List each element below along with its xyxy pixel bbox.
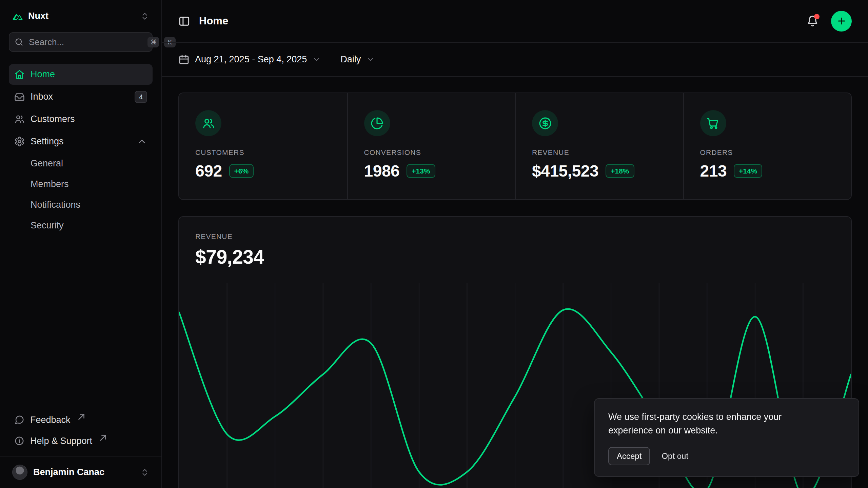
main-header: Home	[162, 0, 868, 43]
cookie-optout-button[interactable]: Opt out	[662, 451, 688, 461]
team-switcher[interactable]: Nuxt	[9, 7, 153, 25]
stat-value: 692	[195, 162, 222, 180]
sidebar-footer: Feedback Help & Support	[0, 410, 161, 453]
chat-bubble-icon	[14, 415, 24, 425]
filters-toolbar: Aug 21, 2025 - Sep 4, 2025 Daily	[162, 43, 868, 77]
inbox-icon	[14, 92, 25, 102]
team-name: Nuxt	[28, 11, 48, 21]
stat-label: CUSTOMERS	[195, 148, 331, 157]
sidebar-item-label: Inbox	[31, 92, 53, 102]
add-button[interactable]	[831, 11, 852, 32]
sidebar-item-customers[interactable]: Customers	[9, 109, 153, 129]
external-link-icon	[76, 412, 86, 422]
stat-delta-badge: +13%	[407, 164, 435, 178]
avatar	[12, 465, 27, 480]
date-range-picker[interactable]: Aug 21, 2025 - Sep 4, 2025	[178, 54, 321, 65]
sidebar-item-security[interactable]: Security	[9, 216, 153, 235]
sidebar-item-label: Customers	[31, 114, 75, 124]
sidebar-item-settings[interactable]: Settings	[9, 131, 153, 152]
stat-revenue: REVENUE $415,523 +18%	[515, 93, 683, 199]
stat-value: 1986	[364, 162, 400, 180]
inbox-count-badge: 4	[135, 91, 147, 103]
kbd-meta: ⌘	[147, 37, 159, 47]
sidebar: Nuxt ⌘ K Home Inbox 4	[0, 0, 162, 488]
date-range-value: Aug 21, 2025 - Sep 4, 2025	[195, 54, 307, 65]
sidebar-item-members[interactable]: Members	[9, 174, 153, 194]
page-title: Home	[199, 15, 228, 27]
chevron-up-icon	[137, 136, 147, 147]
search-icon	[14, 37, 24, 47]
user-menu-button[interactable]: Benjamin Canac	[9, 462, 153, 483]
chevrons-up-down-icon	[140, 468, 149, 477]
sidebar-item-notifications[interactable]: Notifications	[9, 195, 153, 215]
stats-overview-card: CUSTOMERS 692 +6% CONVERSIONS 1986 +13%	[178, 93, 852, 200]
search-box[interactable]: ⌘ K	[9, 32, 153, 52]
notification-dot	[814, 14, 820, 19]
chevrons-up-down-icon	[140, 12, 149, 21]
shopping-cart-icon	[700, 110, 726, 136]
user-name: Benjamin Canac	[33, 467, 104, 477]
sidebar-item-label: Notifications	[31, 200, 80, 210]
sidebar-user-section: Benjamin Canac	[0, 456, 161, 488]
sidebar-item-label: Home	[31, 69, 55, 80]
cookie-consent-toast: We use first-party cookies to enhance yo…	[594, 398, 859, 477]
stat-delta-badge: +6%	[229, 164, 254, 178]
feedback-link[interactable]: Feedback	[9, 410, 153, 430]
sidebar-item-label: Members	[31, 179, 69, 189]
external-link-icon	[98, 433, 108, 443]
sidebar-item-general[interactable]: General	[9, 154, 153, 173]
home-icon	[14, 69, 25, 80]
stat-label: CONVERSIONS	[364, 148, 499, 157]
chevron-down-icon	[312, 55, 321, 64]
gear-icon	[14, 136, 25, 147]
stat-delta-badge: +14%	[734, 164, 762, 178]
stat-label: REVENUE	[532, 148, 667, 157]
chevron-down-icon	[366, 55, 375, 64]
calendar-icon	[178, 54, 190, 65]
circle-dollar-icon	[532, 110, 558, 136]
stat-customers: CUSTOMERS 692 +6%	[179, 93, 347, 199]
stat-value: 213	[700, 162, 727, 180]
cookie-accept-button[interactable]: Accept	[608, 447, 650, 465]
help-support-link[interactable]: Help & Support	[9, 431, 153, 451]
stat-orders: ORDERS 213 +14%	[683, 93, 851, 199]
search-input[interactable]	[29, 37, 142, 47]
nuxt-logo-icon	[12, 12, 23, 20]
sidebar-item-label: General	[31, 158, 63, 169]
footer-link-label: Help & Support	[30, 436, 92, 446]
sidebar-nav: Home Inbox 4 Customers Settings	[0, 52, 161, 410]
chart-pie-icon	[364, 110, 390, 136]
stat-value: $415,523	[532, 162, 598, 180]
sidebar-item-label: Security	[31, 220, 64, 231]
sidebar-item-home[interactable]: Home	[9, 64, 153, 85]
period-value: Daily	[340, 54, 361, 65]
settings-submenu: General Members Notifications Security	[9, 154, 153, 235]
users-circle-icon	[195, 110, 221, 136]
period-select[interactable]: Daily	[340, 54, 375, 65]
users-icon	[14, 114, 25, 124]
info-circle-icon	[14, 436, 24, 446]
stat-conversions: CONVERSIONS 1986 +13%	[347, 93, 515, 199]
cookie-message: We use first-party cookies to enhance yo…	[608, 410, 818, 438]
stat-label: ORDERS	[700, 148, 835, 157]
notifications-button[interactable]	[806, 15, 819, 27]
sidebar-item-label: Settings	[31, 136, 64, 147]
revenue-card-label: REVENUE	[195, 232, 835, 241]
footer-link-label: Feedback	[30, 415, 71, 425]
revenue-card-value: $79,234	[195, 246, 835, 268]
stat-delta-badge: +18%	[606, 164, 634, 178]
sidebar-toggle-icon[interactable]	[178, 15, 190, 27]
sidebar-item-inbox[interactable]: Inbox 4	[9, 86, 153, 107]
